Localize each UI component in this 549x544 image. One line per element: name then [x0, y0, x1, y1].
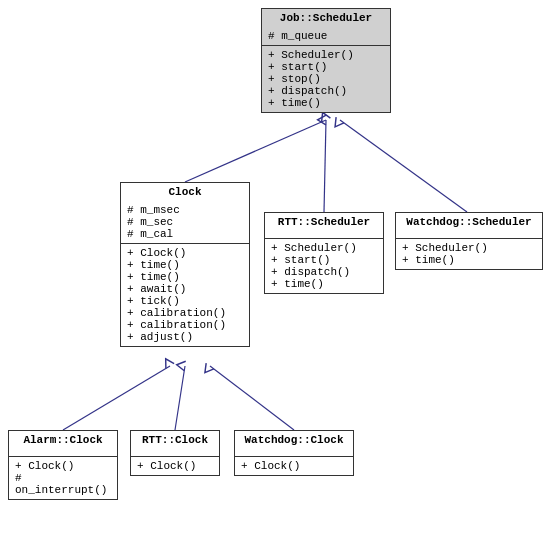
svg-line-4 [210, 366, 294, 430]
clock-methods: + Clock() + time() + time() + await() + … [121, 244, 249, 346]
job-scheduler-methods: + Scheduler() + start() + stop() + dispa… [262, 46, 390, 112]
rtt-scheduler-methods: + Scheduler() + start() + dispatch() + t… [265, 239, 383, 293]
alarm-clock-methods: + Clock() # on_interrupt() [9, 457, 117, 499]
clock-title: Clock [121, 183, 249, 201]
watchdog-clock-methods: + Clock() [235, 457, 353, 475]
svg-line-3 [175, 366, 185, 430]
rtt-scheduler-title: RTT::Scheduler [265, 213, 383, 231]
watchdog-scheduler-title: Watchdog::Scheduler [396, 213, 542, 231]
watchdog-scheduler-methods: + Scheduler() + time() [396, 239, 542, 269]
svg-line-1 [340, 120, 467, 212]
watchdog-scheduler-box: Watchdog::Scheduler + Scheduler() + time… [395, 212, 543, 270]
field-line: # m_queue [268, 30, 384, 42]
watchdog-scheduler-fields [396, 231, 542, 239]
arrow-clock-to-jobscheduler [185, 120, 326, 182]
rtt-clock-title: RTT::Clock [131, 431, 219, 449]
job-scheduler-title: Job::Scheduler [262, 9, 390, 27]
svg-line-2 [63, 366, 170, 430]
rtt-scheduler-box: RTT::Scheduler + Scheduler() + start() +… [264, 212, 384, 294]
watchdog-clock-fields [235, 449, 353, 457]
clock-box: Clock # m_msec # m_sec # m_cal + Clock()… [120, 182, 250, 347]
alarm-clock-box: Alarm::Clock + Clock() # on_interrupt() [8, 430, 118, 500]
job-scheduler-fields: # m_queue [262, 27, 390, 46]
alarm-clock-fields [9, 449, 117, 457]
job-scheduler-box: Job::Scheduler # m_queue + Scheduler() +… [261, 8, 391, 113]
rtt-clock-methods: + Clock() [131, 457, 219, 475]
watchdog-clock-title: Watchdog::Clock [235, 431, 353, 449]
alarm-clock-title: Alarm::Clock [9, 431, 117, 449]
svg-line-0 [324, 120, 326, 212]
rtt-scheduler-fields [265, 231, 383, 239]
rtt-clock-fields [131, 449, 219, 457]
clock-fields: # m_msec # m_sec # m_cal [121, 201, 249, 244]
rtt-clock-box: RTT::Clock + Clock() [130, 430, 220, 476]
watchdog-clock-box: Watchdog::Clock + Clock() [234, 430, 354, 476]
